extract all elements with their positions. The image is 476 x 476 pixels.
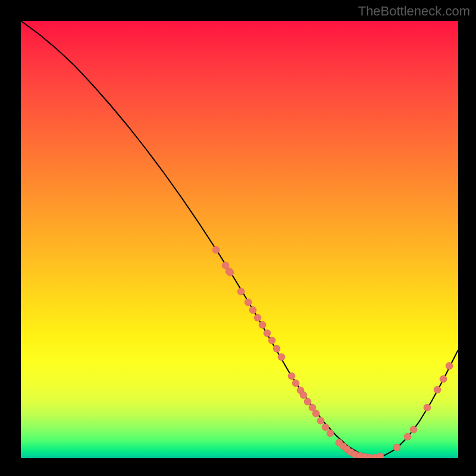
data-point [227,269,234,276]
data-point [300,392,307,399]
data-point [273,345,280,352]
data-point [393,444,400,451]
data-point [440,375,447,383]
data-point [327,430,334,437]
bottleneck-curve [21,21,458,457]
data-point [288,372,295,380]
data-markers [212,246,453,458]
data-point [312,410,320,417]
data-point [278,353,285,361]
data-point [317,417,324,424]
watermark: TheBottleneck.com [358,4,470,19]
data-point [446,362,453,369]
data-point [304,398,311,405]
data-point [424,404,431,411]
data-point [268,337,275,344]
data-point [212,246,220,253]
data-point [434,386,441,393]
data-point [249,306,256,314]
plot-area [21,21,458,458]
data-point [292,380,299,387]
data-point [322,424,329,431]
data-point [237,288,245,295]
data-point [254,314,261,321]
chart-svg [21,21,458,458]
data-point [259,321,266,328]
data-point [404,433,411,440]
data-point [245,299,252,306]
data-point [377,453,384,458]
data-point [264,330,271,337]
data-point [410,426,417,433]
